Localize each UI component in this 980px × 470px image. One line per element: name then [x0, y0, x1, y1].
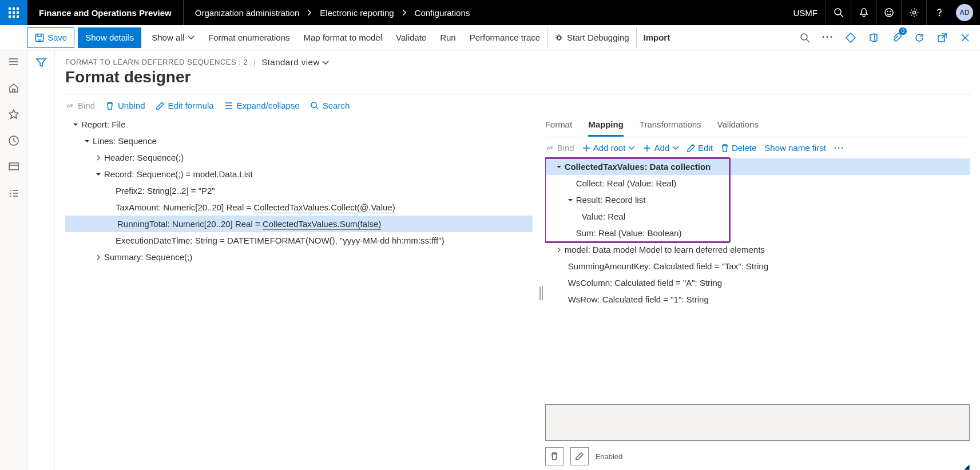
save-button[interactable]: Save: [27, 27, 74, 48]
start-debugging-button[interactable]: Start Debugging: [547, 27, 636, 48]
caret-down-icon: [567, 197, 574, 204]
format-tree: Report: File Lines: Sequence Header: Seq…: [65, 116, 533, 265]
notifications-button[interactable]: [851, 0, 876, 25]
mapping-node[interactable]: WsRow: Calculated field = "1": String: [545, 291, 970, 308]
app-launcher-button[interactable]: [0, 0, 27, 25]
mapping-node[interactable]: model: Data model Model to learn deferre…: [545, 241, 970, 258]
main-area: FORMAT TO LEARN DEFERRED SEQUENCES : 2 |…: [0, 50, 980, 470]
add-button[interactable]: Add: [643, 143, 679, 153]
mapping-node-selected[interactable]: CollectedTaxValues: Data collection: [545, 158, 970, 175]
mapping-node[interactable]: SummingAmountKey: Calculated field = "Ta…: [545, 258, 970, 274]
unbind-button[interactable]: Unbind: [105, 101, 145, 110]
find-button[interactable]: [793, 25, 816, 50]
popout-button[interactable]: [931, 25, 954, 50]
tree-node[interactable]: Record: Sequence(;) = model.Data.List: [65, 166, 533, 182]
tab-format[interactable]: Format: [545, 116, 573, 137]
expand-collapse-button[interactable]: Expand/collapse: [224, 101, 300, 110]
help-button[interactable]: [926, 0, 951, 25]
caret-right-icon: [556, 246, 562, 253]
user-avatar[interactable]: AD: [956, 4, 973, 21]
search-tree-button[interactable]: Search: [310, 101, 350, 110]
recent-button[interactable]: [7, 134, 21, 148]
svg-rect-22: [539, 286, 541, 300]
map-format-button[interactable]: Map format to model: [297, 27, 390, 48]
mapping-node[interactable]: WsColumn: Calculated field = "A": String: [545, 274, 970, 291]
run-button[interactable]: Run: [433, 27, 463, 48]
tree-node[interactable]: Lines: Sequence: [65, 133, 533, 149]
svg-rect-0: [9, 7, 11, 10]
mapping-node[interactable]: Collect: Real (Value: Real): [545, 175, 970, 192]
star-icon: [8, 109, 19, 120]
caret-right-icon: [95, 154, 102, 161]
plus-icon: [643, 144, 651, 152]
smiley-icon: [884, 7, 894, 18]
edit-formula-button[interactable]: Edit formula: [156, 101, 214, 110]
feedback-button[interactable]: [876, 0, 901, 25]
filter-button[interactable]: [35, 57, 47, 70]
format-enumerations-button[interactable]: Format enumerations: [201, 27, 297, 48]
resize-handle-icon[interactable]: [962, 462, 970, 470]
mapping-node[interactable]: Sum: Real (Value: Boolean): [545, 225, 970, 241]
splitter[interactable]: [537, 116, 545, 470]
office-icon: [868, 33, 879, 43]
trash-icon: [105, 101, 114, 110]
home-icon: [8, 82, 19, 94]
content-area: FORMAT TO LEARN DEFERRED SEQUENCES : 2 |…: [55, 50, 980, 470]
mapping-more-button[interactable]: ···: [834, 143, 845, 153]
svg-point-9: [835, 9, 841, 15]
show-details-button[interactable]: Show details: [78, 27, 141, 48]
tree-node[interactable]: Report: File: [65, 116, 533, 133]
view-selector[interactable]: Standard view: [261, 57, 329, 67]
home-button[interactable]: [7, 81, 21, 95]
show-name-first-button[interactable]: Show name first: [764, 143, 826, 153]
refresh-button[interactable]: [908, 25, 931, 50]
mapping-node[interactable]: Result: Record list: [545, 192, 970, 208]
breadcrumb-item[interactable]: Configurations: [415, 8, 470, 18]
header-right: USMF AD: [785, 0, 981, 25]
edit-binding-button[interactable]: [570, 447, 589, 465]
tree-node[interactable]: Header: Sequence(;): [65, 149, 533, 166]
tab-mapping[interactable]: Mapping: [588, 116, 624, 137]
svg-rect-3: [9, 11, 11, 14]
waffle-icon: [9, 7, 19, 18]
validate-button[interactable]: Validate: [389, 27, 433, 48]
delete-binding-button[interactable]: [545, 447, 564, 465]
settings-button[interactable]: [901, 0, 926, 25]
tree-node[interactable]: Summary: Sequence(;): [65, 249, 533, 265]
hamburger-button[interactable]: [7, 55, 21, 69]
mapping-bind-button: Bind: [545, 143, 574, 153]
favorites-button[interactable]: [7, 107, 21, 121]
mapping-node[interactable]: Value: Real: [545, 208, 970, 225]
tree-node-selected[interactable]: RunningTotal: Numeric[20..20] Real = Col…: [65, 216, 533, 232]
tab-validations[interactable]: Validations: [717, 116, 759, 137]
tab-transformations[interactable]: Transformations: [640, 116, 701, 137]
pencil-icon: [156, 101, 165, 110]
modules-button[interactable]: [7, 186, 21, 200]
top-header: Finance and Operations Preview Organizat…: [0, 0, 980, 25]
edit-button[interactable]: Edit: [687, 143, 713, 153]
tree-node[interactable]: Prefix2: String[2..2] = "P2": [65, 182, 533, 199]
chevron-down-icon: [628, 145, 635, 152]
workspaces-button[interactable]: [7, 160, 21, 174]
show-all-button[interactable]: Show all: [145, 27, 201, 48]
breadcrumb-item[interactable]: Electronic reporting: [320, 8, 394, 18]
delete-button[interactable]: Delete: [721, 143, 756, 153]
tree-node[interactable]: ExecutionDateTime: String = DATETIMEFORM…: [65, 232, 533, 249]
breadcrumb-item[interactable]: Organization administration: [195, 8, 300, 18]
office-button[interactable]: [862, 25, 885, 50]
tree-node[interactable]: TaxAmount: Numeric[20..20] Real = Collec…: [65, 199, 533, 216]
close-button[interactable]: [954, 25, 977, 50]
add-root-button[interactable]: Add root: [582, 143, 636, 153]
search-icon: [800, 33, 810, 43]
enabled-label: Enabled: [596, 452, 970, 461]
svg-point-21: [311, 102, 316, 107]
search-button[interactable]: [826, 0, 851, 25]
legal-entity[interactable]: USMF: [785, 8, 826, 18]
diamond-button[interactable]: [839, 25, 862, 50]
more-button[interactable]: ···: [816, 25, 839, 50]
description-textarea[interactable]: [545, 404, 970, 441]
caret-down-icon: [72, 121, 79, 128]
import-button[interactable]: Import: [636, 27, 677, 48]
attachments-button[interactable]: 0: [885, 25, 908, 50]
performance-trace-button[interactable]: Performance trace: [463, 27, 547, 48]
